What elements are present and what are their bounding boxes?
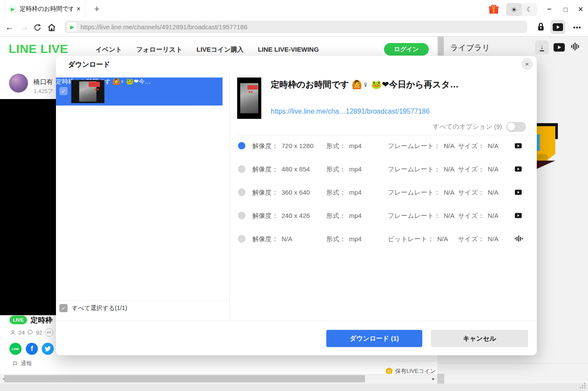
divider [56,321,537,321]
theme-toggle[interactable]: ☀ ☾ [506,3,537,16]
library-video-tab[interactable] [554,43,565,52]
line-share-icon[interactable]: LINE [9,343,22,355]
divider [237,135,534,135]
library-title: ライブラリ [450,43,490,53]
url-text[interactable]: https://live.line.me/channels/4912891/br… [80,23,248,31]
dialog-close-icon[interactable]: × [521,58,533,70]
all-options-toggle[interactable] [506,122,526,132]
video-icon [515,212,522,220]
empty-library-illustration [555,123,558,139]
twitter-share-icon[interactable] [42,343,54,355]
vertical-scrollbar[interactable] [438,37,444,56]
video-icon [515,166,522,174]
nav-item-live-coin[interactable]: LIVEコイン購入 [197,46,244,54]
scrollbar-corner [437,374,444,384]
nav-item-follow-list[interactable]: フォローリスト [136,46,182,54]
lock-icon[interactable] [535,21,546,33]
download-dialog: ダウンロード × ✓ ♥♥ 定時枠のお時間です 🙆♀ 🐸❤今… ✓ すべて選択す… [56,56,537,355]
gift-icon[interactable] [488,3,500,15]
divider [229,72,230,321]
all-options-label: すべてのオプション (9) [433,123,502,131]
play-favicon-icon: ▶ [9,6,16,13]
minimize-button[interactable]: − [542,0,557,18]
thumbnail-badge [89,82,100,87]
report-label[interactable]: 通報 [21,360,32,367]
refresh-icon[interactable] [32,22,43,33]
tab-title: 定時枠のお時間です [20,5,73,13]
video-icon [515,143,522,150]
horizontal-scrollbar-thumb[interactable] [4,375,365,382]
follower-count: 1,425フ [34,87,56,95]
tab-close-icon[interactable]: × [77,5,80,13]
video-downloader-icon[interactable] [551,20,565,34]
close-window-button[interactable]: × [573,0,588,18]
item-thumbnail: ♥♥ [71,80,104,103]
report-link[interactable]: 通報 [12,360,32,367]
viewer-count: 24 [19,329,25,336]
select-all-checkbox[interactable]: ✓ [59,304,68,312]
maximize-button[interactable]: □ [558,0,573,18]
line-live-logo[interactable]: LINE LIVE [9,42,68,56]
facebook-share-icon[interactable]: f [26,343,38,355]
viewers-icon [10,329,16,335]
resize-grip[interactable] [580,387,581,388]
dialog-title: ダウンロード [68,60,110,69]
browser-tab[interactable]: ▶ 定時枠のお時間です × [4,0,85,18]
channel-name[interactable]: 橋口有 [34,78,56,86]
live-video-title: 定時枠 [31,315,56,325]
toggle-knob [507,123,515,131]
page-nav: イベント フォローリスト LIVEコイン購入 LINE LIVE-VIEWING [96,46,319,54]
divider [387,361,435,361]
nav-item-events[interactable]: イベント [96,46,122,54]
report-icon [12,360,18,366]
home-icon[interactable] [46,22,58,34]
detail-thumbnail: ♥♥ [237,78,261,119]
library-downloads-tab[interactable]: ↓ [535,40,549,54]
comments-icon [27,329,33,335]
back-icon[interactable]: ← [3,20,16,34]
media-list-item-selected[interactable]: ✓ ♥♥ 定時枠のお時間です 🙆♀ 🐸❤今… [56,78,223,106]
channel-avatar[interactable] [9,74,28,93]
points-icon: PT [45,328,53,337]
play-favicon-icon: ▶ [68,22,77,31]
audio-icon [515,236,523,242]
download-icon: ↓ [540,43,544,51]
scroll-right-arrow[interactable]: ▸ [430,374,436,384]
forward-icon[interactable]: → [17,20,31,34]
video-icon [515,189,522,197]
new-tab-button[interactable]: + [91,3,102,15]
download-button[interactable]: ダウンロード (1) [326,330,422,347]
divider [56,300,229,301]
app-window: ▶ 定時枠のお時間です × + ☀ ☾ − □ × ← → ▶ [0,0,588,391]
more-menu-icon[interactable]: ••• [568,21,586,34]
item-checkbox[interactable]: ✓ [59,87,68,95]
light-mode-icon[interactable]: ☀ [506,3,522,16]
login-button[interactable]: ログイン [384,43,429,56]
option-row-360p[interactable]: 解像度：360 x 640 形式：mp4 フレームレート：N/A サイズ：N/A [237,188,534,197]
option-row-240p[interactable]: 解像度：240 x 426 形式：mp4 フレームレート：N/A サイズ：N/A [237,211,534,220]
divider [437,363,588,363]
library-audio-tab[interactable] [571,43,579,50]
live-badge: LIVE [9,316,27,324]
radio-icon[interactable] [238,165,245,173]
title-bar: ▶ 定時枠のお時間です × + ☀ ☾ − □ × [0,0,588,18]
option-row-720p[interactable]: 解像度：720 x 1280 形式：mp4 フレームレート：N/A サイズ：N/… [237,141,534,151]
radio-icon[interactable] [238,212,245,219]
radio-icon[interactable] [238,235,245,242]
detail-title: 定時枠のお時間です 🙆♀ 🐸❤今日から再スタ… [271,79,459,90]
option-row-480p[interactable]: 解像度：480 x 854 形式：mp4 フレームレート：N/A サイズ：N/A [237,164,534,174]
detail-source-link[interactable]: https://live.line.me/cha…12891/broadcast… [271,108,430,115]
live-stats: 24 92 PT [10,328,53,337]
dark-mode-icon[interactable]: ☾ [522,3,537,16]
option-row-audio[interactable]: 解像度：N/A 形式：mp4 ビットレート：N/A サイズ：N/A [237,234,534,244]
select-all-label: すべて選択する(1/1) [72,304,127,312]
status-bar [0,384,588,391]
radio-icon[interactable] [238,189,245,196]
nav-item-live-viewing[interactable]: LINE LIVE-VIEWING [258,46,319,54]
comment-count: 92 [36,329,42,336]
url-bar[interactable]: ▶ https://live.line.me/channels/4912891/… [65,21,527,33]
select-all-row[interactable]: ✓ すべて選択する(1/1) [59,304,127,312]
folder-illustration [536,134,540,151]
cancel-button[interactable]: キャンセル [431,330,528,347]
radio-selected-icon[interactable] [238,142,245,149]
